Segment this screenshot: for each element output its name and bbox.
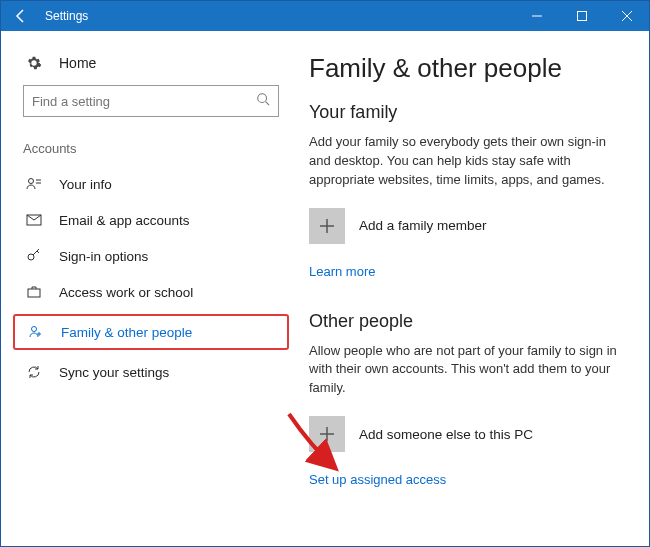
maximize-icon: [577, 11, 587, 21]
content-pane: Family & other people Your family Add yo…: [301, 31, 649, 546]
sidebar-item-your-info[interactable]: Your info: [1, 166, 301, 202]
settings-window: Settings Home Accoun: [0, 0, 650, 547]
plus-icon: [309, 208, 345, 244]
sidebar-item-signin-options[interactable]: Sign-in options: [1, 238, 301, 274]
sidebar: Home Accounts Your info Email & app: [1, 31, 301, 546]
family-description: Add your family so everybody gets their …: [309, 133, 621, 190]
sidebar-item-sync-settings[interactable]: Sync your settings: [1, 354, 301, 390]
sidebar-item-email-accounts[interactable]: Email & app accounts: [1, 202, 301, 238]
person-badge-icon: [23, 176, 45, 192]
close-button[interactable]: [604, 1, 649, 31]
arrow-left-icon: [13, 8, 29, 24]
people-icon: [25, 324, 47, 340]
section-label: Accounts: [1, 135, 301, 166]
sidebar-item-label: Email & app accounts: [59, 213, 190, 228]
add-family-label: Add a family member: [359, 218, 487, 233]
gear-icon: [23, 55, 45, 71]
sync-icon: [23, 364, 45, 380]
sidebar-item-label: Access work or school: [59, 285, 193, 300]
window-title: Settings: [41, 9, 88, 23]
back-button[interactable]: [1, 1, 41, 31]
svg-point-6: [29, 179, 34, 184]
sidebar-item-family-other-people[interactable]: Family & other people: [13, 314, 289, 350]
window-body: Home Accounts Your info Email & app: [1, 31, 649, 546]
close-icon: [622, 11, 632, 21]
learn-more-link[interactable]: Learn more: [309, 264, 375, 279]
key-icon: [23, 248, 45, 264]
home-button[interactable]: Home: [1, 49, 301, 85]
svg-rect-11: [28, 289, 40, 297]
search-box[interactable]: [23, 85, 279, 117]
other-people-description: Allow people who are not part of your fa…: [309, 342, 621, 399]
sidebar-item-access-work-school[interactable]: Access work or school: [1, 274, 301, 310]
maximize-button[interactable]: [559, 1, 604, 31]
page-title: Family & other people: [309, 53, 621, 84]
svg-point-12: [32, 327, 37, 332]
minimize-icon: [532, 11, 542, 21]
add-family-member-button[interactable]: Add a family member: [309, 208, 621, 244]
minimize-button[interactable]: [514, 1, 559, 31]
home-label: Home: [59, 55, 96, 71]
svg-line-5: [266, 102, 270, 106]
sidebar-item-label: Sign-in options: [59, 249, 148, 264]
add-someone-else-label: Add someone else to this PC: [359, 427, 533, 442]
sidebar-item-label: Family & other people: [61, 325, 192, 340]
sidebar-item-label: Your info: [59, 177, 112, 192]
add-someone-else-button[interactable]: Add someone else to this PC: [309, 416, 621, 452]
search-input[interactable]: [32, 94, 256, 109]
family-heading: Your family: [309, 102, 621, 123]
briefcase-icon: [23, 284, 45, 300]
titlebar: Settings: [1, 1, 649, 31]
svg-rect-1: [577, 12, 586, 21]
sidebar-item-label: Sync your settings: [59, 365, 169, 380]
mail-icon: [23, 212, 45, 228]
other-people-heading: Other people: [309, 311, 621, 332]
svg-point-4: [258, 94, 267, 103]
plus-icon: [309, 416, 345, 452]
assigned-access-link[interactable]: Set up assigned access: [309, 472, 446, 487]
search-icon: [256, 92, 270, 110]
